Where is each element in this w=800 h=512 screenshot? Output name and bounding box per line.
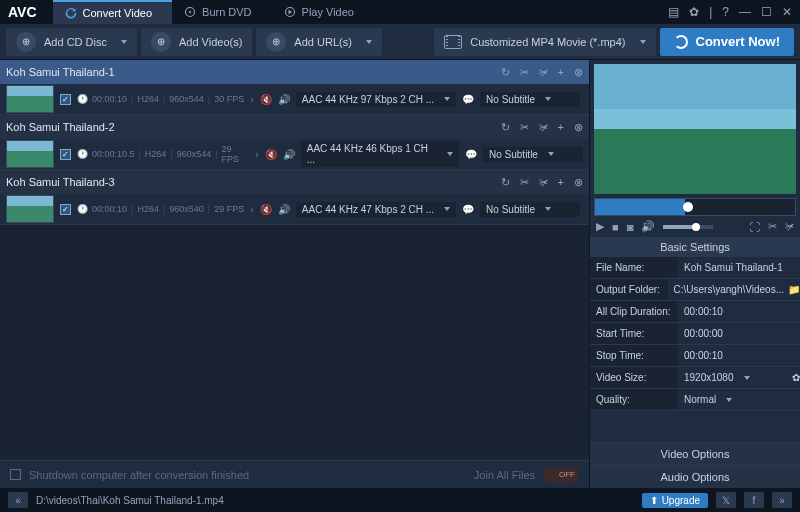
stop-time-value[interactable]: 00:00:10 [684,350,723,361]
subtitle-icon[interactable]: 💬 [462,94,474,105]
button-label: Convert Now! [696,34,781,49]
timeline-handle[interactable] [683,202,693,212]
speaker-icon[interactable]: 🔊 [283,149,295,160]
next-button[interactable]: » [772,492,792,508]
button-label: Add Video(s) [179,36,242,48]
timeline-slider[interactable] [594,198,796,216]
remove-icon[interactable]: ⊗ [574,121,583,134]
chevron-down-icon [545,207,551,211]
disc-icon [184,6,196,18]
start-time-value[interactable]: 00:00:00 [684,328,723,339]
preview-pane [594,64,796,194]
twitter-icon[interactable]: 𝕏 [716,492,736,508]
convert-now-button[interactable]: Convert Now! [660,28,795,56]
mute-icon[interactable]: 🔇 [260,94,272,105]
prev-button[interactable]: « [8,492,28,508]
video-options-section[interactable]: Video Options [590,442,800,465]
cut-icon[interactable]: ✂ [520,176,529,189]
minimize-icon[interactable]: — [739,5,751,19]
effects-icon[interactable]: ✂̷ [539,121,548,134]
chevron-down-icon [444,207,450,211]
cut-icon[interactable]: ✂ [520,66,529,79]
add-videos-button[interactable]: ⊕ Add Video(s) [141,28,252,56]
subtitle-select[interactable]: No Subtitle [483,147,583,162]
expand-icon[interactable]: › [250,203,254,215]
tab-burn-dvd[interactable]: Burn DVD [172,0,272,24]
mute-icon[interactable]: 🔇 [260,204,272,215]
volume-icon[interactable]: 🔊 [641,220,655,233]
filename-value[interactable]: Koh Samui Thailand-1 [684,262,783,273]
refresh-icon [65,7,77,19]
browse-folder-icon[interactable]: 📁 [788,284,800,295]
play-button[interactable]: ▶ [596,220,604,233]
output-folder-value[interactable]: C:\Users\yangh\Videos... [674,284,784,295]
loop-icon[interactable]: ↻ [501,66,510,79]
loop-icon[interactable]: ↻ [501,176,510,189]
audio-track-select[interactable]: AAC 44 KHz 97 Kbps 2 CH ... [296,92,456,107]
fullscreen-icon[interactable]: ⛶ [749,221,760,233]
maximize-icon[interactable]: ☐ [761,5,772,19]
play-icon [284,6,296,18]
add-cd-button[interactable]: ⊕ Add CD Disc [6,28,137,56]
join-files-toggle[interactable]: OFF [543,467,579,483]
tab-convert-video[interactable]: Convert Video [53,0,173,24]
speaker-icon[interactable]: 🔊 [278,94,290,105]
resolution: 960x540 [169,204,204,214]
chevron-down-icon [548,152,554,156]
file-checkbox[interactable]: ✓ [60,204,71,215]
gear-icon[interactable]: ✿ [792,372,800,383]
facebook-icon[interactable]: f [744,492,764,508]
add-icon[interactable]: + [558,176,564,189]
audio-track-select[interactable]: AAC 44 KHz 46 Kbps 1 CH ... [301,141,459,167]
add-icon[interactable]: + [558,121,564,134]
close-icon[interactable]: ✕ [782,5,792,19]
effects-icon[interactable]: ✂̷ [539,66,548,79]
file-checkbox[interactable]: ✓ [60,149,71,160]
cut-icon[interactable]: ✂ [768,220,777,233]
mute-icon[interactable]: 🔇 [265,149,277,160]
speaker-icon[interactable]: 🔊 [278,204,290,215]
effects-icon[interactable]: ✂̷ [539,176,548,189]
snapshot-button[interactable]: ◙ [627,221,634,233]
loop-icon[interactable]: ↻ [501,121,510,134]
audio-track-select[interactable]: AAC 44 KHz 47 Kbps 2 CH ... [296,202,456,217]
expand-icon[interactable]: › [250,93,254,105]
add-urls-button[interactable]: ⊕ Add URL(s) [256,28,381,56]
chevron-down-icon [444,97,450,101]
add-icon[interactable]: + [558,66,564,79]
volume-handle[interactable] [692,223,700,231]
output-profile-select[interactable]: Customized MP4 Movie (*.mp4) [434,28,655,56]
quality-value[interactable]: Normal [684,394,716,405]
subtitle-icon[interactable]: 💬 [462,204,474,215]
audio-options-section[interactable]: Audio Options [590,465,800,488]
file-item[interactable]: Koh Samui Thailand-3 ↻ ✂ ✂̷ + ⊗ ✓ 🕐 00:0… [0,170,589,225]
file-item[interactable]: Koh Samui Thailand-2 ↻ ✂ ✂̷ + ⊗ ✓ 🕐 00:0… [0,115,589,170]
shutdown-checkbox[interactable] [10,469,21,480]
tab-play-video[interactable]: Play Video [272,0,374,24]
tab-label: Burn DVD [202,6,252,18]
subtitle-select[interactable]: No Subtitle [480,202,580,217]
remove-icon[interactable]: ⊗ [574,176,583,189]
crop-icon[interactable]: ✂̷ [785,220,794,233]
stop-button[interactable]: ■ [612,221,619,233]
file-checkbox[interactable]: ✓ [60,94,71,105]
help-icon[interactable]: ? [722,5,729,19]
expand-icon[interactable]: › [255,148,259,160]
globe-plus-icon: ⊕ [266,32,286,52]
subtitle-icon[interactable]: 💬 [465,149,477,160]
shutdown-label: Shutdown computer after conversion finis… [29,469,249,481]
settings-icon[interactable]: ✿ [689,5,699,19]
remove-icon[interactable]: ⊗ [574,66,583,79]
cut-icon[interactable]: ✂ [520,121,529,134]
chevron-down-icon[interactable] [726,398,732,402]
duration: 00:00:10.5 [92,149,135,159]
chevron-down-icon[interactable] [744,376,750,380]
upgrade-button[interactable]: ⬆Upgrade [642,493,708,508]
menu-icon[interactable]: ▤ [668,5,679,19]
subtitle-label: No Subtitle [486,94,535,105]
audio-label: AAC 44 KHz 97 Kbps 2 CH ... [302,94,434,105]
file-item[interactable]: Koh Samui Thailand-1 ↻ ✂ ✂̷ + ⊗ ✓ 🕐 00:0… [0,60,589,115]
volume-slider[interactable] [663,225,713,229]
video-size-value[interactable]: 1920x1080 [684,372,734,383]
subtitle-select[interactable]: No Subtitle [480,92,580,107]
